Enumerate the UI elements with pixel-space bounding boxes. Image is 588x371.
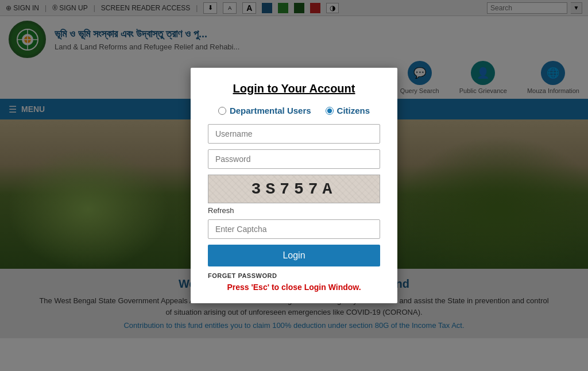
captcha-image: 3S757A xyxy=(208,175,380,203)
password-input[interactable] xyxy=(208,149,380,169)
citizens-radio-label[interactable]: Citizens xyxy=(326,106,370,115)
departmental-users-radio-label[interactable]: Departmental Users xyxy=(218,106,311,115)
captcha-input[interactable] xyxy=(208,219,380,239)
login-modal: Login to Your Account Departmental Users… xyxy=(191,68,397,303)
login-button[interactable]: Login xyxy=(208,245,380,266)
citizens-radio[interactable] xyxy=(326,107,334,115)
modal-overlay: Login to Your Account Departmental Users… xyxy=(0,0,588,371)
forget-password-link[interactable]: FORGET PASSWORD xyxy=(208,272,380,279)
esc-message: Press 'Esc' to close Login Window. xyxy=(208,283,380,292)
departmental-users-label: Departmental Users xyxy=(230,106,311,115)
refresh-label[interactable]: Refresh xyxy=(208,206,380,215)
username-input[interactable] xyxy=(208,124,380,144)
user-type-radio-group: Departmental Users Citizens xyxy=(208,106,380,115)
modal-title: Login to Your Account xyxy=(208,82,380,95)
citizens-label: Citizens xyxy=(337,106,370,115)
departmental-users-radio[interactable] xyxy=(218,107,226,115)
